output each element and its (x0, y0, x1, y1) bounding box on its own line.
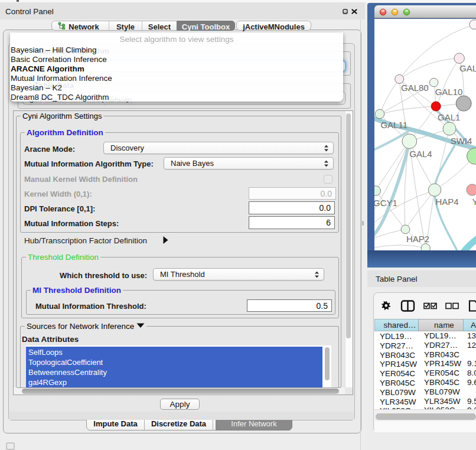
svg-text:GCY1: GCY1 (374, 198, 397, 208)
svg-text:HAP2: HAP2 (406, 234, 429, 244)
svg-text:HAP4: HAP4 (435, 197, 458, 207)
svg-text:GAL4: GAL4 (409, 149, 432, 159)
svg-text:GAL80: GAL80 (401, 83, 429, 93)
svg-text:YJ: YJ (472, 197, 476, 207)
svg-text:GAL11: GAL11 (380, 120, 407, 130)
svg-text:GAL1: GAL1 (438, 112, 460, 122)
svg-text:SWI4: SWI4 (451, 136, 472, 146)
svg-text:GAL10: GAL10 (435, 87, 463, 97)
svg-text:GAL7: GAL7 (459, 63, 476, 73)
